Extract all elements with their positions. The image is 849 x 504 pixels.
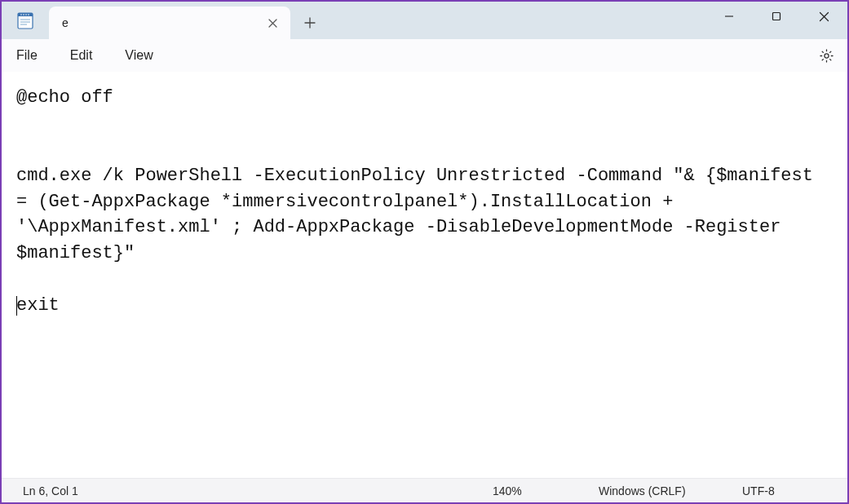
tab-title: e — [60, 16, 266, 29]
svg-point-3 — [23, 14, 24, 15]
new-tab-button[interactable] — [294, 7, 326, 39]
gear-icon[interactable] — [818, 47, 834, 64]
svg-point-11 — [824, 53, 828, 57]
tabs-area: e — [49, 2, 705, 39]
menu-edit[interactable]: Edit — [69, 45, 95, 66]
svg-point-5 — [28, 14, 29, 15]
svg-rect-10 — [773, 13, 780, 20]
statusbar: Ln 6, Col 1 140% Windows (CRLF) UTF-8 — [2, 478, 847, 502]
menu-view[interactable]: View — [123, 45, 154, 66]
minimize-button[interactable] — [705, 2, 753, 31]
notepad-app-icon — [17, 11, 33, 29]
tab-active[interactable]: e — [49, 7, 290, 39]
window: e File Edit View — [0, 0, 849, 504]
svg-point-2 — [20, 14, 22, 15]
svg-point-4 — [25, 14, 27, 15]
maximize-button[interactable] — [753, 2, 800, 31]
text-cursor — [16, 296, 17, 316]
editor-area[interactable]: @echo off cmd.exe /k PowerShell -Executi… — [2, 72, 847, 478]
menubar: File Edit View — [2, 39, 847, 72]
editor-content: @echo off cmd.exe /k PowerShell -Executi… — [16, 87, 824, 263]
app-icon-wrap — [2, 2, 49, 39]
status-line-ending[interactable]: Windows (CRLF) — [577, 484, 720, 497]
window-controls — [705, 2, 847, 39]
close-button[interactable] — [800, 2, 847, 31]
svg-rect-1 — [18, 13, 33, 16]
status-encoding[interactable]: UTF-8 — [720, 484, 841, 497]
tab-close-icon[interactable] — [266, 16, 279, 29]
menu-file[interactable]: File — [15, 45, 39, 66]
titlebar: e — [2, 2, 847, 39]
status-position[interactable]: Ln 6, Col 1 — [23, 484, 471, 497]
editor-lastline: exit — [16, 295, 60, 316]
status-zoom[interactable]: 140% — [471, 484, 577, 497]
status-right: 140% Windows (CRLF) UTF-8 — [471, 484, 841, 497]
